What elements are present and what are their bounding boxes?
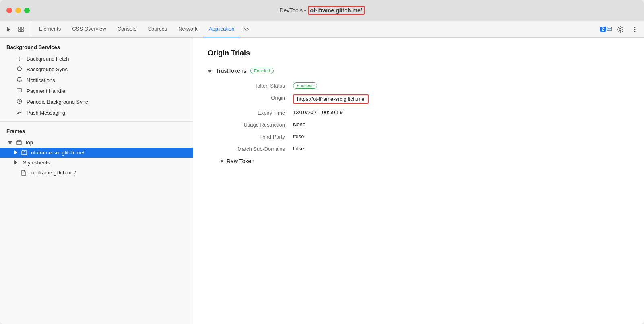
- sidebar-item-background-fetch[interactable]: ↕ Background Fetch: [0, 53, 193, 64]
- traffic-lights: [6, 8, 30, 13]
- notifications-icon: [16, 77, 23, 84]
- maximize-button[interactable]: [24, 8, 30, 13]
- sidebar-item-payment-handler[interactable]: Payment Handler: [0, 86, 193, 96]
- sidebar-item-push-messaging[interactable]: Push Messaging: [0, 107, 193, 118]
- title-bar: DevTools - ot-iframe.glitch.me/: [0, 0, 644, 21]
- content-area: Origin Trials TrustTokens Enabled Token …: [193, 38, 644, 324]
- origin-label: Origin: [221, 94, 293, 101]
- svg-rect-4: [607, 27, 611, 30]
- periodic-background-sync-icon: [16, 98, 23, 105]
- frames-item-stylesheets[interactable]: Stylesheets: [0, 158, 193, 168]
- triangle-right-icon: [14, 150, 17, 156]
- svg-point-7: [619, 28, 621, 30]
- background-services-title: Background Services: [0, 43, 193, 53]
- settings-button[interactable]: [614, 23, 626, 35]
- sidebar-item-background-sync[interactable]: Background Sync: [0, 64, 193, 75]
- frames-title: Frames: [0, 127, 193, 137]
- token-status-value: Success: [293, 82, 317, 89]
- svg-rect-20: [22, 151, 27, 155]
- tab-sources[interactable]: Sources: [142, 21, 173, 37]
- main-tabs: Elements CSS Overview Console Sources Ne…: [33, 21, 253, 37]
- origin-value: https://ot-iframe-src.glitch.me: [293, 94, 369, 104]
- triangle-right-raw-token-icon: [221, 158, 223, 165]
- frames-section: Frames top: [0, 122, 193, 181]
- background-sync-icon: [16, 66, 23, 73]
- trust-tokens-label: TrustTokens: [216, 68, 246, 74]
- usage-restriction-value: None: [293, 121, 305, 127]
- third-party-row: Third Party false: [221, 133, 630, 140]
- devtools-tools: [3, 21, 30, 37]
- expiry-time-label: Expiry Time: [221, 109, 293, 116]
- svg-point-12: [19, 77, 20, 78]
- chat-button[interactable]: 2: [600, 23, 612, 35]
- more-options-button[interactable]: [629, 23, 641, 35]
- title-prefix: DevTools -: [279, 7, 306, 14]
- tab-css-overview[interactable]: CSS Overview: [66, 21, 112, 37]
- match-sub-domains-row: Match Sub-Domains false: [221, 146, 630, 152]
- background-services-section: Background Services ↕ Background Fetch B…: [0, 38, 193, 122]
- match-sub-domains-value: false: [293, 146, 304, 152]
- main-area: Background Services ↕ Background Fetch B…: [0, 38, 644, 324]
- tab-elements[interactable]: Elements: [33, 21, 66, 37]
- raw-token-label: Raw Token: [227, 158, 254, 164]
- tab-network[interactable]: Network: [173, 21, 203, 37]
- tab-console[interactable]: Console: [112, 21, 142, 37]
- third-party-label: Third Party: [221, 133, 293, 140]
- match-sub-domains-label: Match Sub-Domains: [221, 146, 293, 152]
- expiry-time-row: Expiry Time 13/10/2021, 00:59:59: [221, 109, 630, 116]
- inspect-tool-button[interactable]: [15, 24, 27, 35]
- cursor-tool-button[interactable]: [3, 24, 14, 35]
- triangle-right-icon-stylesheets: [14, 160, 17, 166]
- trust-tokens-badge: Enabled: [250, 68, 274, 74]
- token-status-row: Token Status Success: [221, 82, 630, 89]
- tab-bar: Elements CSS Overview Console Sources Ne…: [0, 21, 644, 38]
- expiry-time-value: 13/10/2021, 00:59:59: [293, 109, 343, 115]
- origin-row: Origin https://ot-iframe-src.glitch.me: [221, 94, 630, 104]
- svg-rect-0: [19, 27, 21, 29]
- more-tabs-button[interactable]: >>: [240, 21, 252, 37]
- frames-item-ot-iframe[interactable]: ot-iframe.glitch.me/: [0, 168, 193, 178]
- svg-rect-13: [17, 89, 22, 92]
- svg-point-9: [634, 29, 636, 30]
- third-party-value: false: [293, 133, 304, 139]
- sidebar-item-notifications[interactable]: Notifications: [0, 75, 193, 86]
- background-fetch-icon: ↕: [16, 55, 23, 62]
- usage-restriction-row: Usage Restriction None: [221, 121, 630, 128]
- svg-rect-16: [17, 141, 21, 145]
- svg-rect-3: [21, 30, 23, 32]
- page-title: Origin Trials: [208, 49, 630, 57]
- svg-rect-2: [19, 30, 21, 32]
- window-title: DevTools - ot-iframe.glitch.me/: [279, 6, 364, 15]
- tab-right-controls: 2: [600, 21, 641, 37]
- svg-point-8: [634, 27, 636, 28]
- raw-token-row[interactable]: Raw Token: [221, 158, 630, 165]
- tab-application[interactable]: Application: [203, 21, 240, 37]
- triangle-down-trust-tokens-icon[interactable]: [208, 67, 212, 74]
- token-status-label: Token Status: [221, 82, 293, 89]
- minimize-button[interactable]: [15, 8, 21, 13]
- svg-point-10: [634, 31, 636, 32]
- trust-tokens-header: TrustTokens Enabled: [208, 67, 630, 74]
- svg-rect-1: [21, 27, 23, 29]
- triangle-down-icon: [8, 139, 12, 146]
- usage-restriction-label: Usage Restriction: [221, 121, 293, 128]
- payment-handler-icon: [16, 88, 23, 94]
- sidebar-item-periodic-background-sync[interactable]: Periodic Background Sync: [0, 96, 193, 107]
- sidebar: Background Services ↕ Background Fetch B…: [0, 38, 193, 324]
- push-messaging-icon: [16, 109, 23, 116]
- frames-item-ot-iframe-src[interactable]: ot-iframe-src.glitch.me/: [0, 148, 193, 158]
- close-button[interactable]: [6, 8, 12, 13]
- frames-item-top[interactable]: top: [0, 137, 193, 148]
- title-url: ot-iframe.glitch.me/: [308, 6, 365, 15]
- trust-tokens-properties: Token Status Success Origin https://ot-i…: [221, 82, 630, 152]
